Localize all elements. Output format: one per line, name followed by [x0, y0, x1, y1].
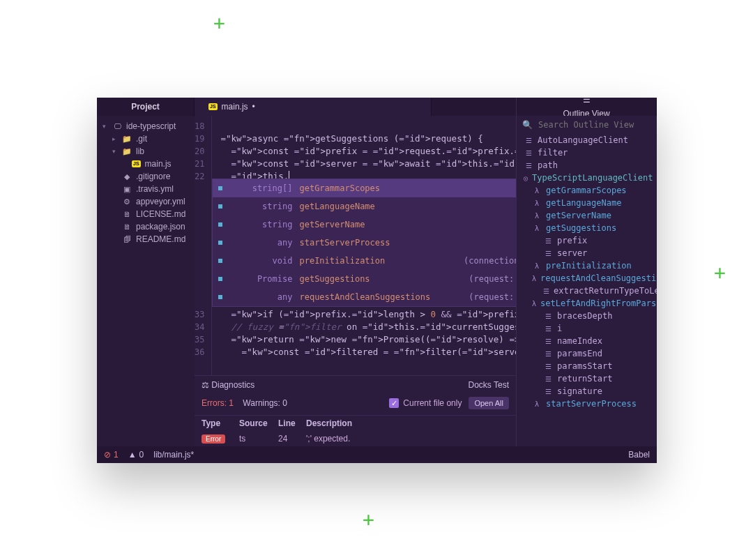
outline-item[interactable]: ☰nameIndex	[517, 335, 657, 347]
tree-root-label: ide-typescript	[126, 121, 176, 131]
js-icon: JS	[132, 160, 141, 167]
tree-item[interactable]: ▾📁lib	[97, 145, 195, 158]
status-warnings[interactable]: ▲ 0	[128, 450, 144, 460]
symbol-kind-icon: λ	[532, 199, 542, 207]
autocomplete-item[interactable]: anystartServerProcess()	[213, 234, 516, 252]
outline-item[interactable]: λpreInitialization	[517, 259, 657, 272]
outline-item-label: signature	[557, 386, 602, 396]
autocomplete-popup[interactable]: string[]getGrammarScopes()stringgetLangu…	[212, 179, 516, 307]
symbol-kind-icon: ☰	[543, 363, 553, 370]
file-icon: 📁	[122, 147, 132, 156]
diagnostics-tab[interactable]: ⚖ Diagnostics	[201, 380, 254, 390]
outline-item[interactable]: λgetLanguageName	[517, 197, 657, 209]
outline-item[interactable]: λgetSuggestions	[517, 222, 657, 234]
status-bar: ⊘ 1 ▲ 0 lib/main.js* Babel	[97, 446, 657, 463]
return-type: string	[229, 200, 292, 213]
plus-icon: +	[213, 14, 225, 33]
outline-item[interactable]: ☰prefix	[517, 234, 657, 247]
outline-item[interactable]: ◎TypeScriptLanguageClient	[517, 172, 657, 184]
chevron-down-icon: ▾	[102, 123, 108, 130]
tree-item-label: README.md	[136, 234, 185, 244]
diagnostics-row[interactable]: Error ts 24 ';' expected.	[195, 431, 516, 446]
completion-name: startServerProcess	[299, 236, 390, 249]
code-editor[interactable]: 1819202122 33343536 ="kw">async ="fn">ge…	[195, 116, 516, 375]
outline-item-label: nameIndex	[557, 336, 602, 346]
file-icon: 📁	[122, 135, 132, 144]
tree-item[interactable]: ⚙appveyor.yml	[97, 195, 195, 208]
tree-item[interactable]: ◆.gitignore	[97, 170, 195, 183]
bug-icon: ⚖	[201, 380, 209, 390]
file-icon: ▣	[122, 185, 132, 194]
outline-item-label: extractReturnTypeToLef	[554, 286, 657, 296]
dirty-indicator-icon: •	[252, 102, 255, 112]
outline-item[interactable]: ☰i	[517, 322, 657, 335]
docks-test-tab[interactable]: Docks Test	[469, 380, 509, 390]
project-tree: ▾ 🖵 ide-typescript ▸📁.git▾📁libJSmain.js◆…	[97, 116, 195, 446]
tree-root[interactable]: ▾ 🖵 ide-typescript	[97, 120, 195, 133]
current-file-only-checkbox[interactable]: ✓ Current file only	[389, 398, 462, 408]
symbol-kind-icon: λ	[532, 262, 542, 270]
outline-item[interactable]: λgetServerName	[517, 209, 657, 222]
return-type: string	[229, 218, 292, 231]
editor-column: 1819202122 33343536 ="kw">async ="fn">ge…	[195, 116, 516, 446]
js-icon: JS	[208, 103, 218, 110]
project-panel-tab[interactable]: Project	[97, 98, 195, 116]
outline-tab-label: Outline View	[563, 109, 609, 116]
symbol-kind-icon: ☰	[524, 162, 533, 169]
tab-bar: Project JS main.js • ☰ Outline View	[97, 98, 657, 116]
outline-item[interactable]: ☰returnStart	[517, 372, 657, 385]
symbol-kind-icon: ☰	[524, 149, 533, 157]
autocomplete-item[interactable]: PromisegetSuggestions(request: any)	[213, 270, 516, 288]
file-icon: ◆	[122, 172, 132, 181]
tree-item[interactable]: JSmain.js	[97, 158, 195, 170]
outline-item-label: i	[557, 324, 562, 333]
status-file-path[interactable]: lib/main.js*	[153, 450, 194, 460]
tree-item[interactable]: 🗎package.json	[97, 220, 195, 233]
outline-item[interactable]: ☰paramsStart	[517, 360, 657, 372]
symbol-kind-icon: ☰	[543, 250, 553, 257]
autocomplete-item[interactable]: voidpreInitialization(connection: an	[213, 252, 516, 270]
status-errors[interactable]: ⊘ 1	[104, 450, 119, 460]
outline-item-label: returnStart	[557, 374, 612, 384]
outline-item[interactable]: λrequestAndCleanSuggestion	[517, 272, 657, 285]
outline-item[interactable]: ☰filter	[517, 146, 657, 159]
outline-item[interactable]: ☰signature	[517, 385, 657, 398]
tree-item[interactable]: 🗐README.md	[97, 233, 195, 245]
symbol-kind-icon: λ	[532, 400, 542, 408]
outline-item-label: TypeScriptLanguageClient	[532, 173, 653, 183]
symbol-kind-icon: ☰	[543, 287, 549, 295]
outline-search-input[interactable]	[538, 120, 651, 130]
autocomplete-item[interactable]: stringgetLanguageName()	[213, 197, 516, 215]
outline-item[interactable]: ☰extractReturnTypeToLef	[517, 285, 657, 297]
method-marker-icon	[218, 259, 222, 263]
open-all-button[interactable]: Open All	[469, 397, 509, 409]
code-area[interactable]: ="kw">async ="fn">getSuggestions (="id">…	[212, 116, 516, 375]
outline-item[interactable]: ☰paramsEnd	[517, 347, 657, 360]
outline-item[interactable]: ☰AutoLanguageClient	[517, 134, 657, 146]
tree-item-label: appveyor.yml	[136, 197, 185, 206]
outline-item[interactable]: λsetLeftAndRightFromParsed	[517, 297, 657, 310]
tree-item[interactable]: ▣.travis.yml	[97, 183, 195, 195]
tree-item-label: lib	[136, 146, 144, 156]
outline-item[interactable]: λgetGrammarScopes	[517, 184, 657, 197]
outline-item[interactable]: ☰path	[517, 159, 657, 172]
editor-tab-mainjs[interactable]: JS main.js •	[195, 98, 432, 116]
outline-item-label: filter	[538, 148, 568, 158]
autocomplete-item[interactable]: string[]getGrammarScopes()	[213, 179, 516, 197]
editor-tab-label: main.js	[222, 102, 248, 112]
outline-item[interactable]: ☰server	[517, 247, 657, 259]
outline-item[interactable]: ☰bracesDepth	[517, 310, 657, 322]
checkmark-icon: ✓	[389, 398, 399, 408]
completion-name: getLanguageName	[299, 200, 374, 213]
plus-icon: +	[714, 264, 726, 283]
outline-view-tab[interactable]: ☰ Outline View	[516, 98, 657, 116]
outline-item[interactable]: λstartServerProcess	[517, 398, 657, 410]
autocomplete-item[interactable]: anyrequestAndCleanSuggestions(request: a…	[213, 288, 516, 306]
autocomplete-item[interactable]: stringgetServerName()	[213, 215, 516, 234]
tree-item[interactable]: 🗎LICENSE.md	[97, 208, 195, 220]
search-icon: 🔍	[522, 120, 533, 130]
file-icon: 🗎	[122, 222, 132, 231]
status-language[interactable]: Babel	[628, 450, 650, 460]
tree-item[interactable]: ▸📁.git	[97, 133, 195, 145]
symbol-kind-icon: ◎	[524, 174, 528, 182]
